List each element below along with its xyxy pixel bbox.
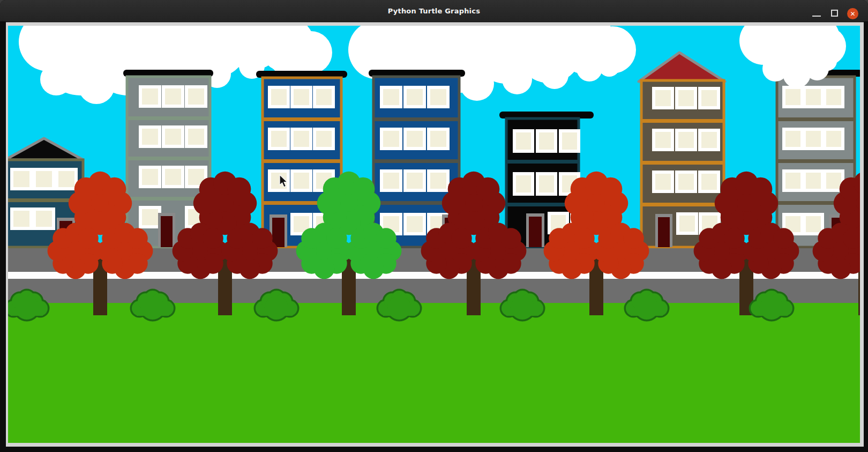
turtle-graphics-window: Python Turtle Graphics ✕ [0,0,868,452]
building-window [677,172,695,191]
building-window [654,130,672,150]
building-window [537,174,556,194]
building-window [57,169,76,189]
building-window [784,129,802,149]
door [529,217,542,247]
building-window [381,87,401,107]
building-window [560,131,579,151]
building-window [825,87,843,107]
building-window [315,87,333,107]
building-window [429,129,448,149]
door [161,216,173,247]
building-window [654,88,672,108]
building-window [405,171,424,190]
floor-divider [373,117,459,121]
building-window [677,130,695,150]
building-window [804,129,822,149]
floor-divider [373,159,459,163]
building-tower-tan [639,53,725,247]
building-window [514,131,533,151]
floor-divider [263,117,341,121]
building-window [804,87,822,107]
building-window [140,127,160,146]
floor-divider [506,160,579,164]
floor-divider [641,203,724,206]
floor-divider [777,117,855,121]
building-window [784,87,802,107]
building-window [163,127,183,146]
building-window [677,88,695,108]
building-window [163,87,183,106]
floor-divider [263,159,341,163]
building-window [140,87,160,106]
building-window [700,88,719,108]
building-window [12,209,31,228]
minimize-button[interactable] [812,16,821,17]
building-window [405,214,424,234]
building-window [292,171,311,190]
building-window [381,171,401,190]
door [272,218,285,247]
floor-divider [127,116,210,120]
building-window [292,129,311,149]
door [658,217,670,247]
building-window [700,130,719,150]
building-window [270,87,288,107]
building-window [163,167,183,187]
building-window [140,167,160,187]
building-window [381,129,401,149]
floor-divider [641,119,724,123]
building-window [700,172,719,191]
floor-divider [127,157,210,160]
building-window [429,171,448,190]
building-window [429,87,448,107]
building-window [654,172,672,191]
grass [8,303,860,443]
building-window [140,208,160,227]
building-window [804,214,822,234]
building-window [292,87,311,107]
floor-divider [641,161,724,165]
building-window [678,214,697,233]
building-window [405,87,424,107]
building-window [34,169,54,189]
building-window [537,131,556,151]
window-title: Python Turtle Graphics [0,0,868,22]
maximize-button[interactable] [831,10,838,17]
canvas-border-frame [6,22,864,447]
building-window [186,87,206,106]
building-window [825,129,843,149]
building-window [514,174,533,194]
building-window [34,209,54,228]
building-window [186,127,206,146]
city-scene [8,26,860,443]
turtle-canvas [8,26,860,443]
building-window [12,169,31,189]
building-window [784,171,802,190]
building-window [315,129,333,149]
close-button[interactable]: ✕ [847,8,858,19]
building-window [405,129,424,149]
building-window [804,171,822,190]
building-window [270,129,288,149]
floor-divider [777,159,855,163]
titlebar: Python Turtle Graphics ✕ [0,0,868,22]
